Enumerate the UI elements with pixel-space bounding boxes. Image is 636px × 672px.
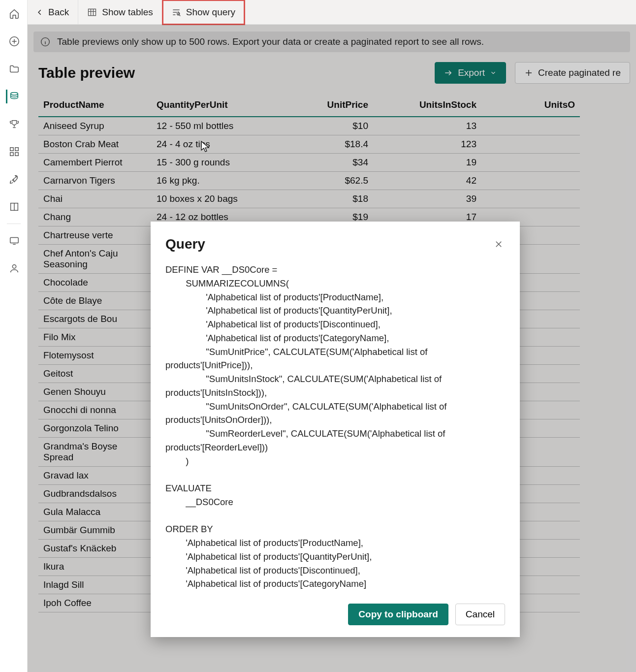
header-row: Table preview Export Create paginated re [28,52,636,89]
query-dialog: Query DEFINE VAR __DS0Core = SUMMARIZECO… [151,222,520,637]
table-cell: Chai [38,190,152,208]
table-cell: Filo Mix [38,328,152,347]
col-unitsinstock[interactable]: UnitsInStock [373,94,481,117]
table-cell: Ipoh Coffee [38,594,152,612]
table-cell: Gustaf's Knäckeb [38,540,152,558]
table-cell: Gudbrandsdalsos [38,485,152,503]
home-icon[interactable] [6,7,20,21]
page-title: Table preview [38,64,135,81]
table-cell: 19 [373,154,481,172]
table-cell: Gnocchi di nonna [38,401,152,419]
col-unitsonorder[interactable]: UnitsO [481,94,580,117]
rocket-icon[interactable] [6,172,20,186]
info-message: Table previews only show up to 500 rows.… [57,36,484,47]
table-cell: Aniseed Syrup [38,117,152,135]
table-row[interactable]: Aniseed Syrup12 - 550 ml bottles$1013 [38,117,580,135]
table-cell: 24 - 4 oz tins [152,135,265,154]
table-cell [481,117,580,135]
table-header-row: ProductName QuantityPerUnit UnitPrice Un… [38,94,580,117]
table-cell: Côte de Blaye [38,292,152,310]
table-cell: Flotemysost [38,347,152,365]
plus-circle-icon[interactable] [6,34,20,48]
back-button[interactable]: Back [28,0,78,25]
table-cell: 10 boxes x 20 bags [152,190,265,208]
table-cell: Geitost [38,365,152,383]
table-cell: Inlagd Sill [38,576,152,594]
svg-rect-4 [10,153,13,156]
table-cell: Genen Shouyu [38,383,152,401]
table-cell: Gumbär Gummib [38,521,152,540]
create-paginated-report-button[interactable]: Create paginated re [515,62,630,84]
show-query-button[interactable]: Show query [162,0,245,25]
table-cell: Ikura [38,558,152,576]
svg-rect-9 [89,9,96,15]
svg-rect-5 [15,153,18,156]
table-cell: Gravad lax [38,467,152,485]
col-unitprice[interactable]: UnitPrice [265,94,373,117]
table-cell: 15 - 300 g rounds [152,154,265,172]
svg-rect-7 [10,238,19,243]
show-tables-label: Show tables [102,7,153,18]
table-cell: Camembert Pierrot [38,154,152,172]
col-productname[interactable]: ProductName [38,94,152,117]
svg-point-1 [11,93,18,96]
monitor-icon[interactable] [6,234,20,248]
close-icon[interactable] [492,238,505,251]
table-cell: Escargots de Bou [38,310,152,328]
svg-point-8 [12,265,16,268]
page-toolbar: Back Show tables Show query [28,0,636,25]
table-cell: Grandma's Boyse Spread [38,438,152,467]
table-cell: Chef Anton's Caju Seasoning [38,245,152,274]
table-cell: $18.4 [265,135,373,154]
query-text[interactable]: DEFINE VAR __DS0Core = SUMMARIZECOLUMNS(… [165,263,505,591]
table-cell: 16 kg pkg. [152,172,265,190]
table-cell: Carnarvon Tigers [38,172,152,190]
svg-rect-3 [15,148,18,151]
person-icon[interactable] [6,261,20,275]
book-icon[interactable] [6,200,20,214]
table-cell: Chartreuse verte [38,226,152,245]
svg-rect-2 [10,148,13,151]
left-sidebar [0,0,28,672]
col-quantityperunit[interactable]: QuantityPerUnit [152,94,265,117]
table-cell: $10 [265,117,373,135]
data-hub-icon[interactable] [6,90,20,103]
table-row[interactable]: Camembert Pierrot15 - 300 g rounds$3419 [38,154,580,172]
table-cell: 13 [373,117,481,135]
show-tables-button[interactable]: Show tables [78,0,162,25]
table-cell: 123 [373,135,481,154]
chevron-down-icon [490,69,497,76]
dialog-title: Query [165,236,205,252]
table-cell: Chocolade [38,274,152,292]
cancel-button[interactable]: Cancel [455,604,505,625]
copy-to-clipboard-button[interactable]: Copy to clipboard [348,604,448,625]
table-cell: 42 [373,172,481,190]
table-cell [481,190,580,208]
table-cell: Boston Crab Meat [38,135,152,154]
trophy-icon[interactable] [6,117,20,131]
table-cell: $18 [265,190,373,208]
back-label: Back [48,7,69,18]
table-cell: 39 [373,190,481,208]
table-row[interactable]: Boston Crab Meat24 - 4 oz tins$18.4123 [38,135,580,154]
export-label: Export [458,67,485,78]
table-cell [481,154,580,172]
apps-icon[interactable] [6,145,20,159]
show-query-label: Show query [186,7,235,18]
folder-icon[interactable] [6,62,20,76]
info-bar: Table previews only show up to 500 rows.… [33,32,630,52]
table-cell [481,172,580,190]
table-cell: Chang [38,208,152,226]
table-row[interactable]: Chai10 boxes x 20 bags$1839 [38,190,580,208]
sidebar-divider [7,224,21,224]
create-report-label: Create paginated re [538,67,621,78]
export-button[interactable]: Export [435,62,506,84]
table-cell: 12 - 550 ml bottles [152,117,265,135]
table-cell: $62.5 [265,172,373,190]
table-row[interactable]: Carnarvon Tigers16 kg pkg.$62.542 [38,172,580,190]
info-icon [40,37,50,47]
table-cell [481,135,580,154]
table-cell: Gorgonzola Telino [38,419,152,438]
table-cell: $34 [265,154,373,172]
table-cell: Gula Malacca [38,503,152,521]
